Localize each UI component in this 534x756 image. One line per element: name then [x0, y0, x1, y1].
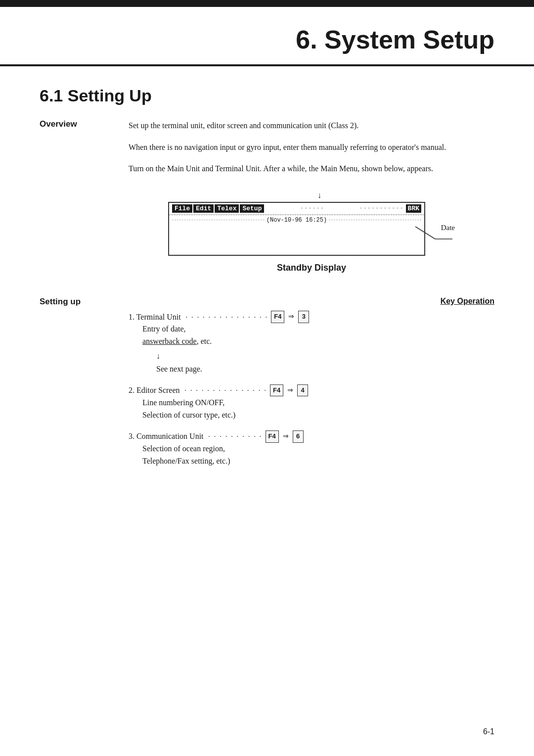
step-3-sub-line-1: Selection of ocean region, [142, 444, 225, 453]
overview-p1: Set up the terminal unit, editor screen … [129, 119, 494, 132]
page-number: 6-1 [483, 727, 494, 736]
step-3-dots: · · · · · · · · · · [206, 430, 263, 442]
step-3: 3. Communication Unit · · · · · · · · · … [129, 430, 494, 467]
setting-up-section: Setting up Key Operation 1. Terminal Uni… [40, 297, 494, 476]
svg-line-0 [415, 227, 435, 239]
terminal-screen: File Edit Telex Setup ------ -----------… [168, 202, 425, 256]
step-1-see-next: See next page. [129, 363, 494, 376]
step-3-key-6: 6 [293, 430, 304, 443]
down-arrow-icon: ↓ [317, 191, 321, 200]
menu-setup: Setup [240, 204, 264, 213]
setting-up-label-col: Setting up [40, 297, 129, 476]
step-2-number: 2. Editor Screen [129, 384, 180, 397]
step-3-line: 3. Communication Unit · · · · · · · · · … [129, 430, 494, 443]
section-heading: 6.1 Setting Up [40, 86, 494, 105]
step-2-sub: Line numbering ON/OFF, Selection of curs… [129, 397, 494, 422]
menu-telex: Telex [215, 204, 239, 213]
step-1-arrow-down-row: ↓ [129, 350, 494, 363]
overview-p3: Turn on the Main Unit and Terminal Unit.… [129, 162, 494, 175]
date-bar-dashes-left [172, 220, 265, 220]
top-arrow-wrapper: ↓ [183, 190, 440, 202]
menu-dashes-right: ----------- [359, 205, 403, 212]
menu-bar: File Edit Telex Setup ------ -----------… [169, 203, 424, 215]
key-operation-label: Key Operation [129, 297, 494, 306]
chapter-title: 6. System Setup [40, 25, 494, 54]
step-1-dots: · · · · · · · · · · · · · · · [183, 311, 268, 323]
step-2: 2. Editor Screen · · · · · · · · · · · ·… [129, 384, 494, 421]
menu-dashes-middle: ------ [265, 205, 359, 212]
step-2-sub-line-1: Line numbering ON/OFF, [142, 398, 224, 407]
setting-up-content-col: Key Operation 1. Terminal Unit · · · · ·… [129, 297, 494, 476]
step-2-sub-line-2: Selection of cursor type, etc.) [142, 411, 235, 419]
step-2-key-f4: F4 [270, 384, 283, 397]
date-display: (Nov-10-96 16:25) [267, 217, 327, 224]
date-bar-dashes-right [329, 220, 421, 220]
step-2-key-4: 4 [297, 384, 308, 397]
step-1-key-f4: F4 [271, 311, 284, 323]
overview-label-col: Overview [40, 119, 129, 278]
step-3-sub: Selection of ocean region, Telephone/Fax… [129, 443, 494, 468]
step-1-sub-line-2b: , etc. [197, 337, 212, 345]
setting-up-label: Setting up [40, 297, 81, 306]
menu-file: File [172, 204, 192, 213]
overview-content: Set up the terminal unit, editor screen … [129, 119, 494, 278]
step-1-see-next-text: See next page. [156, 365, 202, 373]
callout-container: File Edit Telex Setup ------ -----------… [168, 202, 455, 256]
overview-label: Overview [40, 118, 77, 129]
overview-section: Overview Set up the terminal unit, edito… [40, 119, 494, 278]
overview-p2: When there is no navigation input or gyr… [129, 141, 494, 154]
step-2-arrow: ⇒ [287, 385, 293, 396]
step-1: 1. Terminal Unit · · · · · · · · · · · ·… [129, 311, 494, 375]
header-bar [0, 0, 534, 7]
step-3-sub-line-2: Telephone/Fax setting, etc.) [142, 457, 230, 465]
screen-area: ↓ File Edit Telex Setup ------ -------- [129, 190, 494, 273]
standby-display-label: Standby Display [277, 263, 346, 273]
setting-up-header-row: Setting up Key Operation 1. Terminal Uni… [40, 297, 494, 476]
step-3-number: 3. Communication Unit [129, 430, 204, 443]
step-2-dots: · · · · · · · · · · · · · · · [182, 384, 267, 396]
screen-body [169, 225, 424, 255]
step-1-line: 1. Terminal Unit · · · · · · · · · · · ·… [129, 311, 494, 324]
step-3-arrow: ⇒ [283, 431, 289, 442]
date-annotation-text: Date [441, 224, 455, 232]
title-section: 6. System Setup [0, 7, 534, 66]
step-2-line: 2. Editor Screen · · · · · · · · · · · ·… [129, 384, 494, 397]
step-3-key-f4: F4 [266, 430, 279, 443]
step-1-sub-line-2: answerback code [142, 337, 197, 345]
standby-display-label-area: Standby Display [277, 263, 346, 273]
date-bar: (Nov-10-96 16:25) [169, 215, 424, 225]
step-1-number: 1. Terminal Unit [129, 311, 181, 324]
step-1-sub: Entry of date, answerback code, etc. [129, 323, 494, 348]
step-1-arrow-down-icon: ↓ [156, 352, 160, 360]
step-1-arrow: ⇒ [288, 311, 294, 322]
step-1-key-3: 3 [298, 311, 309, 323]
main-content: 6.1 Setting Up Overview Set up the termi… [0, 66, 534, 511]
step-1-sub-line-1: Entry of date, [142, 325, 186, 333]
menu-edit: Edit [193, 204, 214, 213]
